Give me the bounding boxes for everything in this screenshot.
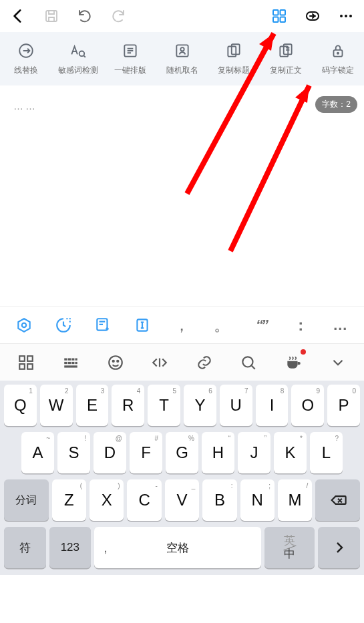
- search-button[interactable]: [226, 344, 271, 381]
- tool-label: 码字锁定: [322, 65, 354, 76]
- copy-body-icon: [277, 42, 295, 59]
- key-t[interactable]: 5T: [148, 385, 180, 426]
- key-z[interactable]: (Z: [52, 479, 86, 521]
- key-e[interactable]: 3E: [76, 385, 109, 426]
- link-button[interactable]: [182, 344, 227, 381]
- key-d[interactable]: @D: [94, 432, 126, 473]
- chevron-right-icon: [331, 540, 347, 556]
- keyboard-button[interactable]: [49, 344, 94, 381]
- chevron-down-icon: [329, 354, 347, 371]
- enter-key[interactable]: [318, 527, 360, 568]
- cursor-box-button[interactable]: [123, 306, 162, 343]
- quote-button[interactable]: “”: [241, 306, 281, 343]
- undo-button[interactable]: [71, 2, 99, 30]
- svg-rect-36: [64, 361, 67, 363]
- search-icon: [240, 354, 257, 371]
- colon-button[interactable]: :: [281, 306, 321, 343]
- key-k[interactable]: *K: [274, 432, 307, 473]
- svg-point-10: [79, 51, 84, 56]
- coffee-button[interactable]: [271, 344, 316, 381]
- tool-label: 随机取名: [166, 65, 198, 76]
- comma-button[interactable]: ，: [162, 306, 202, 343]
- grid-icon: [271, 8, 287, 24]
- split-key[interactable]: 分词: [4, 479, 49, 521]
- key-v[interactable]: _V: [165, 479, 199, 521]
- key-w[interactable]: 2W: [40, 385, 73, 426]
- tool-replace[interactable]: 线替换: [0, 32, 52, 85]
- replace-icon: [17, 42, 35, 59]
- tool-format[interactable]: 一键排版: [104, 32, 156, 85]
- svg-rect-32: [64, 358, 67, 360]
- key-s[interactable]: !S: [57, 432, 90, 473]
- key-h[interactable]: “H: [202, 432, 234, 473]
- textcursor-icon: [134, 317, 151, 334]
- svg-rect-34: [71, 358, 74, 360]
- period-button[interactable]: 。: [202, 306, 241, 343]
- tool-random-name[interactable]: 随机取名: [156, 32, 208, 85]
- backspace-key[interactable]: [315, 479, 360, 521]
- note-plus-icon: [94, 317, 112, 334]
- key-a[interactable]: ~A: [21, 432, 54, 473]
- key-x[interactable]: )X: [89, 479, 124, 521]
- code-icon: [151, 354, 168, 371]
- key-q[interactable]: 1Q: [4, 385, 37, 426]
- tool-copy-body[interactable]: 复制正文: [260, 32, 312, 85]
- redo-button[interactable]: [104, 2, 132, 30]
- svg-point-43: [117, 360, 118, 361]
- key-i[interactable]: 8I: [256, 385, 289, 426]
- keyboard: 1Q2W3E4R5T6Y7U8I9O0P ~A!S@D#F%G“H”J*K?L …: [0, 381, 364, 575]
- number-key[interactable]: 123: [49, 527, 92, 568]
- tool-label: 复制正文: [270, 65, 302, 76]
- top-nav: [0, 0, 364, 32]
- key-u[interactable]: 7U: [220, 385, 252, 426]
- key-y[interactable]: 6Y: [184, 385, 216, 426]
- svg-rect-40: [64, 365, 77, 367]
- svg-point-45: [243, 357, 253, 367]
- svg-rect-38: [71, 361, 74, 363]
- svg-rect-35: [75, 358, 77, 360]
- code-button[interactable]: [138, 344, 182, 381]
- symbol-key[interactable]: 符: [4, 527, 46, 568]
- format-icon: [122, 42, 139, 59]
- swap-button[interactable]: [299, 2, 327, 30]
- tool-sensitive-words[interactable]: 敏感词检测: [52, 32, 104, 85]
- lock-icon: [329, 42, 347, 59]
- timer-button[interactable]: [43, 306, 83, 343]
- note-add-button[interactable]: [83, 306, 122, 343]
- save-button[interactable]: [37, 2, 65, 30]
- back-button[interactable]: [4, 2, 32, 30]
- key-c[interactable]: -C: [127, 479, 161, 521]
- key-m[interactable]: /M: [278, 479, 312, 521]
- key-p[interactable]: 0P: [327, 385, 360, 426]
- editor-area[interactable]: …… 字数：2: [0, 85, 364, 306]
- key-g[interactable]: %G: [166, 432, 198, 473]
- key-j[interactable]: ”J: [238, 432, 270, 473]
- space-key[interactable]: , 空格: [94, 527, 261, 568]
- emoji-button[interactable]: [93, 344, 138, 381]
- hex-button[interactable]: [4, 306, 43, 343]
- tool-label: 复制标题: [218, 65, 250, 76]
- language-key[interactable]: 英 中: [264, 527, 315, 568]
- key-o[interactable]: 9O: [291, 385, 324, 426]
- ellipsis-button[interactable]: …: [321, 306, 360, 343]
- swap-icon: [305, 8, 321, 24]
- key-b[interactable]: :B: [202, 479, 236, 521]
- key-l[interactable]: ?L: [310, 432, 343, 473]
- apps-button[interactable]: [4, 344, 49, 381]
- svg-rect-39: [75, 361, 77, 363]
- more-button[interactable]: [332, 2, 360, 30]
- svg-rect-37: [68, 361, 71, 363]
- space-comma: ,: [104, 540, 108, 556]
- tool-lock-typing[interactable]: 码字锁定: [312, 32, 364, 85]
- collapse-button[interactable]: [315, 344, 360, 381]
- key-n[interactable]: ;N: [240, 479, 275, 521]
- emoji-icon: [107, 354, 124, 371]
- name-icon: [174, 42, 191, 59]
- clock-icon: [55, 317, 72, 334]
- svg-rect-1: [273, 10, 279, 15]
- notification-dot: [301, 349, 306, 355]
- key-f[interactable]: #F: [130, 432, 162, 473]
- key-r[interactable]: 4R: [112, 385, 144, 426]
- grid-button[interactable]: [265, 2, 293, 30]
- tool-copy-title[interactable]: 复制标题: [208, 32, 260, 85]
